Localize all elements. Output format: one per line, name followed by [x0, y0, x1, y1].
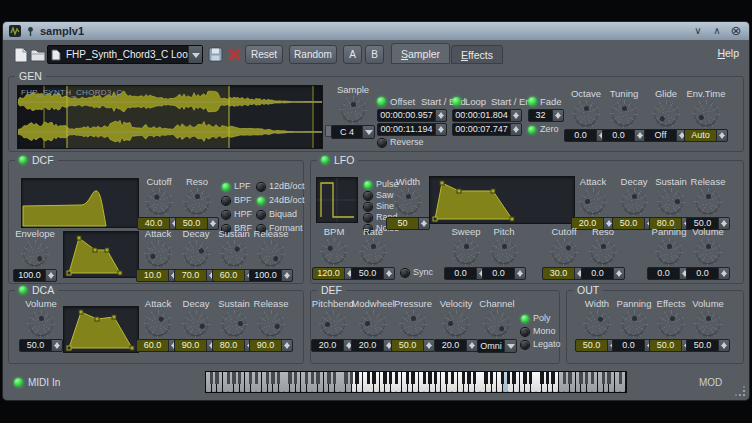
- dcf-cutoff-knob[interactable]: [145, 188, 173, 216]
- dcf-envelope-knob[interactable]: [21, 240, 49, 268]
- sample-note-combobox[interactable]: C 4: [331, 125, 375, 139]
- spin-buttons-icon[interactable]: [718, 268, 729, 279]
- help-link[interactable]: Help: [717, 47, 739, 59]
- glide-spinbox[interactable]: Off: [644, 129, 688, 142]
- dcf-envelope-spinbox[interactable]: 100.0: [13, 269, 57, 282]
- spin-buttons-icon[interactable]: [383, 268, 394, 279]
- def-velocity-knob[interactable]: [442, 310, 470, 338]
- tab-sampler[interactable]: Sampler: [391, 43, 450, 64]
- def-modwheel-spinbox[interactable]: 20.0: [351, 339, 395, 352]
- delete-preset-button[interactable]: [224, 45, 244, 64]
- out-effects-knob[interactable]: [657, 310, 685, 338]
- spin-buttons-icon[interactable]: [716, 130, 727, 141]
- lfo-release-knob[interactable]: [694, 188, 722, 216]
- loop-end-spinbox[interactable]: 00:00:07.747: [452, 123, 522, 136]
- offset-start-spinbox[interactable]: 00:00:00.957: [377, 109, 447, 122]
- compare-b-button[interactable]: B: [365, 45, 384, 64]
- dca-release-knob[interactable]: [257, 310, 285, 338]
- preset-combobox[interactable]: FHP_Synth_Chord3_C Loop1: [47, 45, 203, 64]
- out-volume-knob[interactable]: [694, 310, 722, 338]
- dcf-type-lpf[interactable]: LPF: [222, 182, 251, 191]
- def-mode-mono[interactable]: Mono: [521, 327, 556, 336]
- dcf-release-knob[interactable]: [257, 240, 285, 268]
- octave-knob[interactable]: [572, 100, 600, 128]
- offset-led[interactable]: [377, 97, 386, 106]
- dcf-slope-12db[interactable]: 12dB/oct: [257, 182, 305, 191]
- def-mode-legato[interactable]: Legato: [521, 340, 561, 349]
- spin-buttons-icon[interactable]: [423, 340, 434, 351]
- envtime-spinbox[interactable]: Auto: [684, 129, 728, 142]
- close-window-icon[interactable]: ⊗: [729, 24, 743, 38]
- def-channel-knob[interactable]: [483, 310, 511, 338]
- lfo-reso-knob[interactable]: [589, 238, 617, 266]
- spin-buttons-icon[interactable]: [514, 268, 525, 279]
- lfo-bpm-knob[interactable]: [320, 238, 348, 266]
- dca-volume-knob[interactable]: [27, 310, 55, 338]
- sample-knob[interactable]: [339, 96, 367, 124]
- tuning-spinbox[interactable]: 0.0: [602, 129, 646, 142]
- spin-buttons-icon[interactable]: [435, 124, 446, 135]
- lfo-sweep-knob[interactable]: [452, 238, 480, 266]
- def-pressure-spinbox[interactable]: 50.0: [391, 339, 435, 352]
- dcf-led[interactable]: [19, 156, 27, 164]
- lfo-sustain-knob[interactable]: [657, 188, 685, 216]
- lfo-decay-knob[interactable]: [620, 188, 648, 216]
- resize-grip[interactable]: [735, 386, 745, 396]
- spin-buttons-icon[interactable]: [51, 340, 62, 351]
- lfo-bpm-spinbox[interactable]: 120.0: [312, 267, 356, 280]
- lfo-rate-knob[interactable]: [359, 238, 387, 266]
- random-button[interactable]: Random: [289, 45, 337, 64]
- lfo-rate-spinbox[interactable]: 50.0: [351, 267, 395, 280]
- spin-buttons-icon[interactable]: [281, 270, 292, 281]
- tuning-knob[interactable]: [610, 100, 638, 128]
- dcf-release-spinbox[interactable]: 100.0: [249, 269, 293, 282]
- out-panning-knob[interactable]: [620, 310, 648, 338]
- def-channel-combobox[interactable]: Omni: [477, 339, 517, 353]
- spin-buttons-icon[interactable]: [418, 218, 429, 229]
- spin-buttons-icon[interactable]: [435, 110, 446, 121]
- dca-attack-knob[interactable]: [144, 310, 172, 338]
- maximize-window-icon[interactable]: ∧: [710, 24, 724, 38]
- def-pitchbend-knob[interactable]: [319, 310, 347, 338]
- fade-spinbox[interactable]: 32: [528, 109, 564, 122]
- dcf-sustain-knob[interactable]: [220, 240, 248, 268]
- spin-buttons-icon[interactable]: [718, 340, 729, 351]
- dcf-type-hpf[interactable]: HPF: [222, 210, 252, 219]
- lfo-pitch-knob[interactable]: [490, 238, 518, 266]
- lfo-sync-checkbox[interactable]: Sync: [401, 268, 433, 277]
- lfo-wave-display[interactable]: [316, 177, 358, 223]
- open-preset-button[interactable]: [28, 45, 48, 64]
- def-mode-poly[interactable]: Poly: [521, 314, 551, 323]
- zero-toggle[interactable]: Zero: [528, 125, 559, 134]
- lfo-cutoff-spinbox[interactable]: 30.0: [542, 267, 586, 280]
- lfo-led[interactable]: [321, 156, 329, 164]
- dcf-filter-display[interactable]: [21, 178, 139, 228]
- dca-led[interactable]: [19, 286, 27, 294]
- spin-buttons-icon[interactable]: [510, 110, 521, 121]
- spin-buttons-icon[interactable]: [613, 268, 624, 279]
- spin-buttons-icon[interactable]: [281, 340, 292, 351]
- dcf-slope-biquad[interactable]: Biquad: [257, 210, 297, 219]
- dcf-slope-24db[interactable]: 24dB/oct: [257, 196, 305, 205]
- dca-sustain-knob[interactable]: [220, 310, 248, 338]
- reverse-checkbox[interactable]: Reverse: [378, 138, 424, 147]
- lfo-envelope-display[interactable]: [429, 176, 575, 224]
- lfo-cutoff-knob[interactable]: [550, 238, 578, 266]
- dcf-envelope-display[interactable]: [63, 231, 139, 278]
- out-width-knob[interactable]: [583, 310, 611, 338]
- lfo-volume-knob[interactable]: [694, 238, 722, 266]
- out-volume-spinbox[interactable]: 50.0: [686, 339, 730, 352]
- lfo-attack-knob[interactable]: [579, 188, 607, 216]
- glide-knob[interactable]: [652, 100, 680, 128]
- window-titlebar[interactable]: samplv1 ∨ ∧ ⊗: [3, 22, 749, 40]
- dca-volume-spinbox[interactable]: 50.0: [19, 339, 63, 352]
- spin-buttons-icon[interactable]: [510, 124, 521, 135]
- dca-decay-knob[interactable]: [182, 310, 210, 338]
- loop-start-spinbox[interactable]: 00:00:01.804: [452, 109, 522, 122]
- preset-dropdown-arrow-icon[interactable]: [188, 46, 202, 63]
- dcf-attack-knob[interactable]: [144, 240, 172, 268]
- def-pressure-knob[interactable]: [399, 310, 427, 338]
- lfo-panning-spinbox[interactable]: 0.0: [647, 267, 691, 280]
- lfo-panning-knob[interactable]: [655, 238, 683, 266]
- spin-buttons-icon[interactable]: [45, 270, 56, 281]
